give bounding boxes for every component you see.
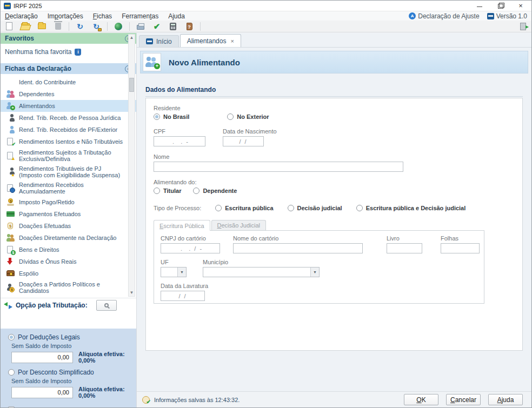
sidebar-item-label: Ident. do Contribuinte: [19, 79, 126, 85]
sidebar-item-doa-es-efetuadas[interactable]: Doações Efetuadas: [1, 220, 136, 232]
sidebar-item-label: Pagamentos Efetuados: [19, 211, 126, 217]
nome-input[interactable]: [154, 162, 403, 172]
sidebar-item-doa-es-a-partidos-pol-ticos-e-candidatos[interactable]: Doações a Partidos Políticos e Candidato…: [1, 279, 136, 296]
sidebar-item-d-vidas-e-nus-reais[interactable]: Dívidas e Ônus Reais: [1, 256, 136, 267]
hand-coin-icon: [6, 198, 15, 206]
sidebar-item-imposto-pago-retido[interactable]: Imposto Pago/Retido: [1, 196, 136, 208]
tab-alimentandos[interactable]: Alimentandos ×: [180, 34, 241, 47]
declaration-type-indicator[interactable]: A Declaração de Ajuste: [409, 12, 479, 20]
radio-escritura-e-decisao[interactable]: [356, 205, 363, 211]
chest-icon: [6, 269, 15, 278]
municipio-label: Município: [203, 259, 320, 265]
tab-strip: Início Alimentandos ×: [137, 33, 531, 48]
tab-inicio[interactable]: Início: [139, 35, 179, 47]
ok-button[interactable]: OK: [404, 394, 438, 405]
open-declaration-icon[interactable]: [20, 22, 31, 31]
sidebar-item-rend-trib-receb-de-pessoa-jur-dica[interactable]: Rend. Trib. Receb. de Pessoa Jurídica: [1, 112, 136, 124]
data-nascimento-input[interactable]: [223, 136, 264, 146]
saved-clock-icon: [142, 396, 150, 404]
municipio-select[interactable]: ▼: [203, 267, 320, 277]
menu-ferramentas[interactable]: Ferramentas: [122, 12, 158, 20]
sidebar-item-rend-trib-recebidos-de-pf-exterior[interactable]: Rend. Trib. Recebidos de PF/Exterior: [1, 124, 136, 136]
cancel-button[interactable]: Cancelar: [446, 394, 481, 405]
radio-decisao-judicial[interactable]: [288, 205, 294, 211]
help-book-icon[interactable]: ?: [184, 22, 195, 31]
calculator-icon[interactable]: [168, 22, 178, 31]
desconto-value-input[interactable]: [11, 387, 73, 398]
exit-icon[interactable]: [517, 22, 528, 31]
declaration-type-icon: A: [409, 12, 416, 19]
fichas-header-label: Fichas da Declaração: [5, 65, 71, 72]
radio-desconto-simplificado[interactable]: [8, 369, 15, 376]
title-bar: IRPF 2025 ×: [1, 1, 531, 11]
folhas-input[interactable]: [441, 243, 480, 253]
toolbar-separator: [129, 22, 130, 31]
scroll-down-icon[interactable]: ▼: [129, 290, 135, 296]
version-icon: [487, 13, 494, 19]
arrow-person-icon: [6, 125, 15, 134]
processo-subtabs: Escritura Pública Decisão Judicial: [154, 220, 515, 230]
sidebar-item-pagamentos-efetuados[interactable]: Pagamentos Efetuados: [1, 208, 136, 220]
help-button[interactable]: Ajuda: [488, 394, 523, 405]
minimize-button[interactable]: [476, 3, 483, 9]
nome-cartorio-input[interactable]: [233, 243, 363, 253]
favorites-empty-row: Nenhuma ficha favorita i: [1, 44, 136, 58]
sidebar-scrollbar[interactable]: ▲ ▼: [128, 34, 135, 297]
menu-fichas[interactable]: Fichas: [93, 12, 112, 20]
folhas-label: Folhas: [441, 235, 480, 242]
uf-select[interactable]: ▼: [161, 267, 187, 277]
delete-icon[interactable]: [52, 22, 63, 31]
folder-icon[interactable]: [36, 22, 47, 31]
sync-secure-icon[interactable]: ↻: [91, 22, 102, 31]
radio-deducoes-legais[interactable]: [8, 334, 15, 340]
sidebar-item-rendimentos-isentos-e-n-o-tribut-veis[interactable]: Rendimentos Isentos e Não Tributáveis: [1, 136, 136, 148]
sidebar-item-bens-e-direitos[interactable]: Bens e Direitos: [1, 244, 136, 256]
section-title: Dados do Alimentando: [145, 86, 523, 97]
version-label: Versão 1.0: [496, 12, 527, 20]
livro-input[interactable]: [387, 243, 422, 253]
menu-declaracao[interactable]: Declaração: [5, 12, 38, 20]
sidebar-item-rendimentos-sujeitos-tributa-o-exclusiva-definitiva[interactable]: Rendimentos Sujeitos à Tributação Exclus…: [1, 148, 136, 164]
restore-button[interactable]: [497, 3, 503, 9]
sidebar-item-ident-do-contribuinte[interactable]: Ident. do Contribuinte: [1, 76, 136, 88]
print-icon[interactable]: [135, 22, 146, 31]
verify-icon[interactable]: ✔: [151, 22, 162, 31]
sidebar-item-esp-lio[interactable]: Espólio: [1, 267, 136, 279]
taxation-option-header: Opção pela Tributação:: [1, 298, 136, 312]
subtab-escritura-publica[interactable]: Escritura Pública: [154, 220, 210, 231]
new-document-icon[interactable]: [4, 22, 15, 31]
favorites-header: Favoritos «: [1, 33, 136, 44]
data-lavratura-input[interactable]: [161, 291, 205, 301]
radio-escritura-publica[interactable]: [215, 205, 222, 211]
sidebar-item-label: Dependentes: [19, 91, 126, 97]
sidebar-item-dependentes[interactable]: Dependentes: [1, 88, 136, 100]
cnpj-cartorio-input[interactable]: [161, 243, 220, 253]
sidebar-item-doa-es-diretamente-na-declara-o[interactable]: Doações Diretamente na Declaração: [1, 232, 136, 244]
subtab-decisao-judicial[interactable]: Decisão Judicial: [211, 220, 267, 230]
menu-ajuda[interactable]: Ajuda: [168, 12, 185, 20]
radio-titular[interactable]: [154, 188, 160, 194]
arrow-person-suit-icon: [6, 113, 15, 122]
radio-no-brasil[interactable]: [154, 113, 160, 120]
tab-alimentandos-label: Alimentandos: [187, 37, 227, 45]
nome-label: Nome: [154, 153, 515, 160]
sidebar-item-rendimentos-tribut-veis-de-pj-imposto-com-exigibilidade-suspensa[interactable]: Rendimentos Tributáveis de PJ (Imposto c…: [1, 164, 136, 180]
scrollbar-thumb[interactable]: [129, 78, 134, 92]
sidebar-item-rendimentos-recebidos-acumuladamente[interactable]: Rendimentos Recebidos Acumuladamente: [1, 180, 136, 196]
transmit-globe-icon[interactable]: [113, 22, 124, 31]
cpf-input[interactable]: [154, 136, 205, 146]
form-content: Dados do Alimentando Residente No Brasil…: [137, 74, 531, 391]
titular-label: Titular: [163, 188, 181, 194]
sidebar-item-alimentandos[interactable]: Alimentandos: [1, 100, 136, 112]
page-title: Novo Alimentando: [169, 58, 240, 67]
scroll-up-icon[interactable]: ▲: [129, 35, 135, 41]
menu-importacoes[interactable]: Importações: [48, 12, 83, 20]
radio-dependente[interactable]: [193, 188, 200, 194]
tab-close-icon[interactable]: ×: [230, 38, 234, 44]
close-button[interactable]: ×: [517, 3, 524, 9]
deducoes-value-input[interactable]: [11, 352, 73, 363]
taxation-search-button[interactable]: [96, 300, 117, 311]
radio-no-exterior[interactable]: [227, 113, 234, 120]
sync-receitanet-icon[interactable]: ↻: [75, 22, 85, 31]
toolbar-separator: [69, 22, 69, 31]
